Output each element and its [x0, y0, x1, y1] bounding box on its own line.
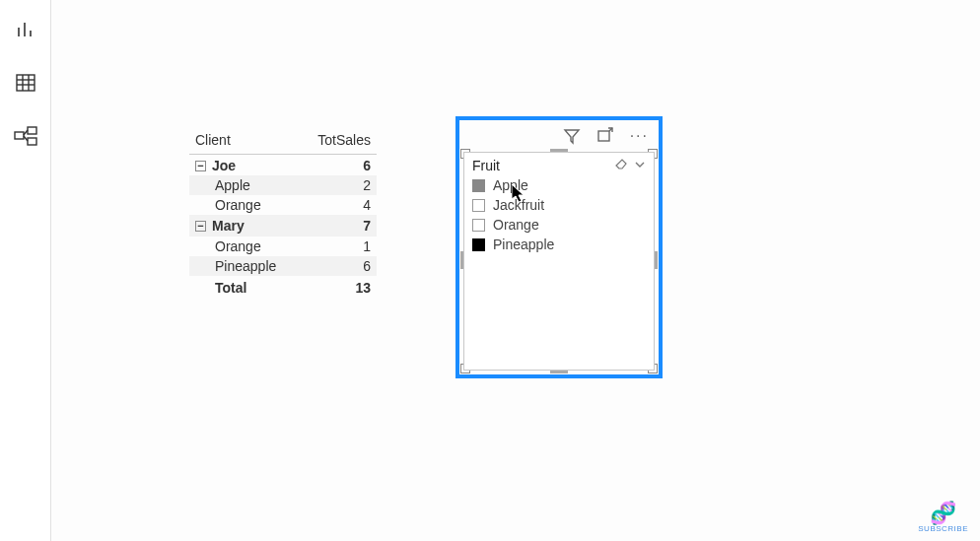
matrix-data-row[interactable]: Orange 4 — [189, 195, 377, 215]
checkbox-icon[interactable] — [472, 219, 485, 232]
svg-rect-8 — [15, 132, 24, 139]
visual-header: ··· — [459, 120, 659, 152]
matrix-total-value: 13 — [300, 276, 377, 298]
checkbox-icon[interactable] — [472, 179, 485, 192]
slicer-title: Fruit — [472, 158, 500, 173]
slicer-body: Fruit Apple — [463, 152, 655, 371]
matrix-header-client[interactable]: Client — [189, 128, 300, 155]
matrix-cell-label: Orange — [189, 237, 300, 256]
matrix-cell-value: 1 — [300, 237, 377, 256]
subscribe-badge[interactable]: 🧬 SUBSCRIBE — [918, 503, 968, 533]
matrix-total-row: Total 13 — [189, 276, 377, 298]
collapse-icon[interactable]: − — [195, 221, 206, 232]
eraser-icon[interactable] — [614, 157, 628, 173]
matrix-cell-label: Pineapple — [189, 256, 300, 276]
matrix-group-row[interactable]: −Joe 6 — [189, 155, 377, 176]
matrix-data-row[interactable]: Orange 1 — [189, 237, 377, 256]
svg-rect-14 — [598, 131, 609, 141]
matrix-cell-value: 6 — [300, 256, 377, 276]
slicer-item-label: Apple — [493, 177, 528, 193]
matrix-total-label: Total — [189, 276, 300, 298]
matrix-data-row[interactable]: Apple 2 — [189, 175, 377, 195]
slicer-item[interactable]: Jackfruit — [472, 195, 646, 215]
matrix-cell-label: Apple — [189, 175, 300, 195]
report-view-icon[interactable] — [14, 18, 37, 41]
slicer-item-label: Jackfruit — [493, 197, 544, 213]
slicer-item-label: Orange — [493, 217, 539, 233]
slicer-item[interactable]: Apple — [472, 175, 646, 195]
chevron-down-icon[interactable] — [634, 158, 646, 173]
matrix-group-total: 6 — [300, 155, 377, 176]
report-canvas: Client TotSales −Joe 6 Apple 2 Orange — [51, 0, 980, 541]
slicer-visual[interactable]: ··· Fruit — [455, 116, 663, 378]
data-view-icon[interactable] — [14, 71, 37, 95]
matrix-visual[interactable]: Client TotSales −Joe 6 Apple 2 Orange — [189, 128, 377, 298]
matrix-cell-value: 4 — [300, 195, 377, 215]
matrix-group-label: Mary — [212, 219, 245, 235]
svg-marker-15 — [616, 160, 626, 169]
more-options-icon[interactable]: ··· — [630, 127, 649, 145]
slicer-list: Apple Jackfruit Orange Pineapple — [464, 175, 654, 254]
model-view-icon[interactable] — [14, 124, 37, 148]
svg-rect-9 — [28, 127, 36, 134]
slicer-item-label: Pineapple — [493, 237, 554, 252]
matrix-data-row[interactable]: Pineapple 6 — [189, 256, 377, 276]
collapse-icon[interactable]: − — [195, 161, 206, 171]
matrix-group-label: Joe — [212, 158, 236, 173]
matrix-cell-label: Orange — [189, 195, 300, 215]
slicer-item[interactable]: Pineapple — [472, 235, 646, 254]
dna-icon: 🧬 — [930, 503, 957, 524]
subscribe-label: SUBSCRIBE — [918, 524, 968, 533]
filter-icon[interactable] — [563, 127, 581, 145]
svg-marker-13 — [565, 130, 579, 143]
svg-rect-10 — [28, 138, 36, 145]
slicer-item[interactable]: Orange — [472, 215, 646, 235]
matrix-header-totsales[interactable]: TotSales — [300, 128, 377, 155]
checkbox-icon[interactable] — [472, 238, 485, 251]
matrix-group-row[interactable]: −Mary 7 — [189, 215, 377, 236]
svg-rect-3 — [17, 75, 35, 91]
focus-mode-icon[interactable] — [596, 127, 614, 145]
checkbox-icon[interactable] — [472, 199, 485, 212]
matrix-group-total: 7 — [300, 215, 377, 236]
view-switcher-rail — [0, 0, 51, 541]
matrix-cell-value: 2 — [300, 175, 377, 195]
